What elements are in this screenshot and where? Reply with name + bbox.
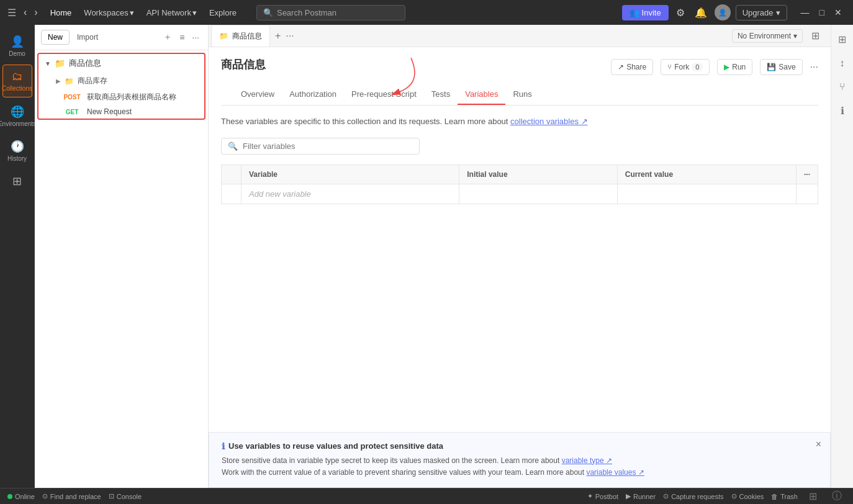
folder-icon: 📁 xyxy=(65,77,74,86)
fork-button[interactable]: ⑂ Fork 0 xyxy=(661,59,710,75)
more-options-icon[interactable]: ··· xyxy=(189,30,202,44)
save-icon: 💾 xyxy=(767,63,776,71)
collection-actions: ↗ Share ⑂ Fork 0 ▶ Run 💾 Save xyxy=(611,59,818,75)
tab-variables[interactable]: Variables xyxy=(458,84,505,105)
import-button[interactable]: Import xyxy=(72,30,103,44)
request1-name: 获取商品列表根据商品名称 xyxy=(87,92,176,102)
request-item-1[interactable]: POST 获取商品列表根据商品名称 xyxy=(38,89,204,105)
current-value-cell[interactable] xyxy=(617,184,796,204)
cookies-label: Cookies xyxy=(739,493,764,500)
back-button[interactable]: ‹ xyxy=(21,6,29,19)
search-icon: 🔍 xyxy=(263,8,273,17)
tab-tests[interactable]: Tests xyxy=(424,84,458,105)
tab-overview[interactable]: Overview xyxy=(233,84,282,105)
sidebar-item-environments[interactable]: 🌐 Environments xyxy=(2,100,32,132)
minimize-button[interactable]: — xyxy=(797,6,813,19)
close-button[interactable]: ✕ xyxy=(831,6,846,19)
forward-button[interactable]: › xyxy=(32,6,40,19)
sub-chevron-icon: ▶ xyxy=(56,78,61,84)
upgrade-button[interactable]: Upgrade ▾ xyxy=(736,5,787,20)
th-initial: Initial value xyxy=(459,164,617,184)
api-network-link[interactable]: API Network ▾ xyxy=(142,6,202,20)
tab-right: No Environment ▾ ⊞ xyxy=(732,26,828,45)
layout-icon[interactable]: ⊞ xyxy=(808,26,823,45)
cookies-icon: ⊙ xyxy=(731,492,737,500)
add-variable-cell[interactable]: Add new variable xyxy=(241,184,459,204)
initial-value-cell[interactable] xyxy=(459,184,617,204)
find-replace-icon: ⊙ xyxy=(42,492,48,500)
collection-name: 商品信息 xyxy=(69,58,101,69)
search-box[interactable]: 🔍 Search Postman xyxy=(256,5,405,20)
user-icon: 👤 xyxy=(11,35,24,48)
runner-item[interactable]: ▶ Runner xyxy=(626,486,656,504)
tab-authorization[interactable]: Authorization xyxy=(282,84,344,105)
trash-label: Trash xyxy=(780,493,798,500)
collections-list: ▼ 📁 商品信息 ▶ 📁 商品库存 POST 获取商品列表根据商品名称 GET … xyxy=(35,50,208,488)
right-panel-icon-1[interactable]: ⊞ xyxy=(834,30,850,49)
th-variable: Variable xyxy=(241,164,459,184)
sidebar-item-history[interactable]: 🕐 History xyxy=(2,135,32,167)
sub-tabs: Overview Authorization Pre-request Scrip… xyxy=(221,84,818,106)
titlebar-right: 👥 Invite ⚙ 🔔 👤 Upgrade ▾ — □ ✕ xyxy=(622,4,846,21)
add-collection-icon[interactable]: ＋ xyxy=(161,30,174,44)
tab-runs[interactable]: Runs xyxy=(505,84,539,105)
filter-input[interactable] xyxy=(243,142,413,151)
env-label: No Environment xyxy=(738,32,791,40)
right-panel-icon-3[interactable]: ⑂ xyxy=(836,78,849,96)
save-button[interactable]: 💾 Save xyxy=(760,59,802,75)
active-tab[interactable]: 📁 商品信息 xyxy=(211,25,270,47)
tab-more-button[interactable]: ··· xyxy=(284,29,295,43)
avatar[interactable]: 👤 xyxy=(715,4,731,20)
settings-icon[interactable]: ⚙ xyxy=(674,4,687,21)
menu-icon[interactable]: ☰ xyxy=(7,7,16,19)
status-right: ✦ Postbot ▶ Runner ⊙ Capture requests ⊙ … xyxy=(587,486,846,504)
banner-close-button[interactable]: × xyxy=(816,439,821,450)
subfolder-item[interactable]: ▶ 📁 商品库存 xyxy=(38,73,204,89)
info-status-icon[interactable]: ⓘ xyxy=(828,486,846,504)
sidebar-icons: 👤 Demo 🗂 Collections 🌐 Environments 🕐 Hi… xyxy=(0,25,35,488)
online-label: Online xyxy=(15,493,35,500)
home-link[interactable]: Home xyxy=(45,6,77,20)
add-variable-row: Add new variable xyxy=(222,184,818,204)
more-actions-button[interactable]: ··· xyxy=(810,61,818,73)
right-panel-icon-4[interactable]: ℹ xyxy=(837,101,848,120)
collection-variables-link[interactable]: collection variables ↗ xyxy=(510,117,587,126)
find-replace-item[interactable]: ⊙ Find and replace xyxy=(42,492,101,500)
sidebar-item-more[interactable]: ⊞ xyxy=(2,169,32,193)
bell-icon[interactable]: 🔔 xyxy=(692,4,710,21)
variable-values-link[interactable]: variable values ↗ xyxy=(586,468,644,477)
share-button[interactable]: ↗ Share xyxy=(611,59,653,75)
add-tab-button[interactable]: + xyxy=(274,29,282,43)
capture-item[interactable]: ⊙ Capture requests xyxy=(663,486,723,504)
info-circle-icon: ℹ xyxy=(222,441,225,451)
request-item-2[interactable]: GET New Request xyxy=(38,105,204,119)
user-icon-item: 👤 Demo xyxy=(2,30,32,62)
th-checkbox xyxy=(222,164,241,184)
search-placeholder: Search Postman xyxy=(277,8,336,17)
maximize-button[interactable]: □ xyxy=(816,6,828,19)
explore-link[interactable]: Explore xyxy=(204,6,241,20)
right-panel-icon-2[interactable]: ↕ xyxy=(836,54,849,73)
collection-item-container: ▼ 📁 商品信息 ▶ 📁 商品库存 POST 获取商品列表根据商品名称 GET … xyxy=(37,53,205,120)
variables-table: Variable Initial value Current value ···… xyxy=(221,164,818,204)
environment-selector[interactable]: No Environment ▾ xyxy=(732,29,803,43)
console-item[interactable]: ⊡ Console xyxy=(109,492,142,500)
new-button[interactable]: New xyxy=(41,30,70,45)
workspaces-link[interactable]: Workspaces ▾ xyxy=(79,6,138,20)
find-replace-label: Find and replace xyxy=(50,493,101,500)
online-status[interactable]: Online xyxy=(7,493,35,500)
trash-item[interactable]: 🗑 Trash xyxy=(771,486,798,504)
sort-icon[interactable]: ≡ xyxy=(177,30,187,44)
tab-pre-request[interactable]: Pre-request Script xyxy=(344,84,424,105)
nav-links: Home Workspaces ▾ API Network ▾ Explore xyxy=(45,6,241,20)
collection-item[interactable]: ▼ 📁 商品信息 xyxy=(38,54,204,73)
run-button[interactable]: ▶ Run xyxy=(717,59,752,75)
console-label: Console xyxy=(117,493,142,500)
cookies-item[interactable]: ⊙ Cookies xyxy=(731,486,764,504)
grid-status-icon[interactable]: ⊞ xyxy=(805,486,821,504)
invite-button[interactable]: 👥 Invite xyxy=(622,5,669,20)
sidebar-item-collections[interactable]: 🗂 Collections xyxy=(2,65,32,97)
info-text: These variables are specific to this col… xyxy=(221,115,818,128)
variable-type-link[interactable]: variable type ↗ xyxy=(562,456,612,465)
postbot-item[interactable]: ✦ Postbot xyxy=(587,486,618,504)
